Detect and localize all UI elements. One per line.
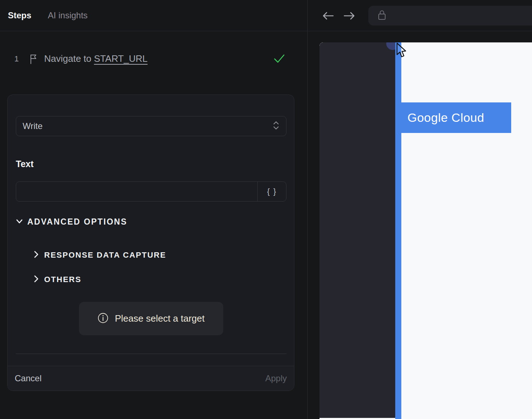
select-chevron-updown-icon bbox=[272, 120, 280, 132]
step-row[interactable]: 1 Navigate to START_URL bbox=[0, 50, 307, 69]
panel-tabbar: Steps AI insights bbox=[0, 0, 307, 31]
address-input[interactable] bbox=[392, 11, 532, 20]
advanced-options-label: ADVANCED OPTIONS bbox=[27, 217, 127, 227]
cancel-button[interactable]: Cancel bbox=[15, 373, 42, 383]
text-input-row: { } bbox=[16, 181, 286, 202]
response-data-capture-toggle[interactable]: RESPONSE DATA CAPTURE bbox=[33, 250, 166, 260]
step-number: 1 bbox=[14, 54, 19, 64]
step-success-check-icon bbox=[273, 53, 285, 66]
browser-panel: Google Cloud bbox=[308, 0, 532, 419]
highlighted-nav-stripe bbox=[395, 42, 401, 419]
google-cloud-brand-box: Google Cloud bbox=[401, 102, 511, 133]
chevron-down-icon bbox=[15, 217, 23, 227]
select-target-hint: Please select a target bbox=[79, 302, 223, 335]
text-input[interactable] bbox=[16, 182, 257, 201]
browser-toolbar bbox=[308, 0, 532, 31]
info-icon bbox=[98, 313, 108, 325]
step-start-url-link[interactable]: START_URL bbox=[94, 53, 148, 64]
card-divider bbox=[16, 354, 286, 354]
back-arrow-icon[interactable] bbox=[321, 10, 335, 23]
others-label: OTHERS bbox=[44, 275, 81, 284]
step-editor-card: Write Text { } ADVANCED OPTIONS bbox=[7, 95, 294, 391]
mouse-cursor-icon bbox=[396, 42, 409, 60]
tab-steps[interactable]: Steps bbox=[8, 10, 31, 20]
action-type-select[interactable]: Write bbox=[16, 116, 286, 136]
others-toggle[interactable]: OTHERS bbox=[33, 275, 81, 285]
lock-icon bbox=[378, 10, 386, 22]
flag-icon bbox=[29, 54, 38, 66]
chevron-right-icon bbox=[33, 250, 40, 260]
steps-panel: Steps AI insights 1 Navigate to START_UR… bbox=[0, 0, 308, 419]
page-preview[interactable]: Google Cloud bbox=[319, 42, 532, 419]
card-footer: Cancel Apply bbox=[8, 366, 294, 391]
step-title-prefix: Navigate to bbox=[44, 53, 94, 64]
address-bar[interactable] bbox=[368, 6, 532, 26]
tab-ai-insights[interactable]: AI insights bbox=[48, 10, 88, 20]
apply-button[interactable]: Apply bbox=[265, 373, 287, 383]
action-type-value: Write bbox=[23, 121, 272, 131]
insert-variable-button[interactable]: { } bbox=[257, 182, 286, 201]
step-title: Navigate to START_URL bbox=[44, 53, 148, 64]
response-data-capture-label: RESPONSE DATA CAPTURE bbox=[44, 250, 166, 260]
chevron-right-icon bbox=[33, 275, 40, 285]
page-nav-sidebar bbox=[319, 42, 395, 418]
google-cloud-brand-text: Google Cloud bbox=[407, 111, 484, 125]
forward-arrow-icon[interactable] bbox=[342, 10, 356, 23]
text-field-label: Text bbox=[16, 159, 34, 169]
select-target-hint-text: Please select a target bbox=[115, 313, 205, 324]
advanced-options-toggle[interactable]: ADVANCED OPTIONS bbox=[15, 217, 127, 227]
